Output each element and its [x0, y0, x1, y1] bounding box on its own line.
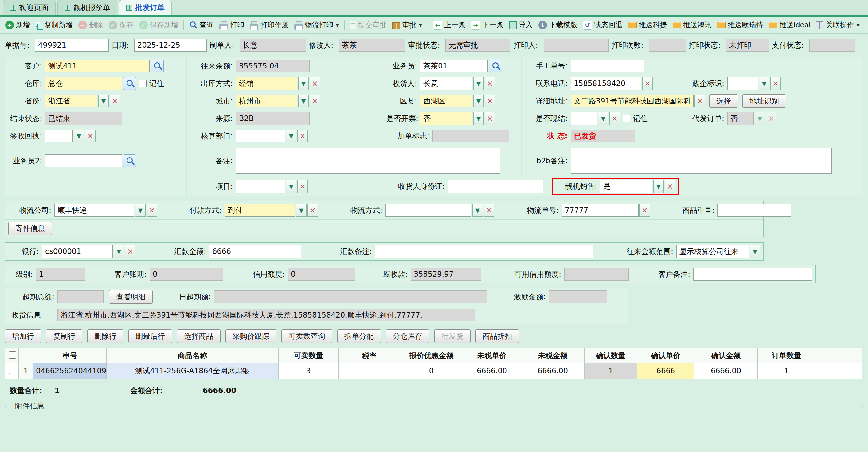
clear-icon[interactable]: ×	[609, 112, 620, 125]
clear-icon[interactable]: ×	[125, 245, 135, 258]
purchase-price-track-button[interactable]: 采购价跟踪	[225, 329, 276, 343]
product-discount-button[interactable]: 商品折扣	[475, 329, 519, 343]
remark-textarea[interactable]	[236, 148, 500, 174]
serial-column-header[interactable]: 串号	[33, 348, 106, 363]
gov-flag-input[interactable]	[727, 77, 758, 90]
clear-icon[interactable]: ×	[484, 204, 494, 217]
chevron-down-icon[interactable]: ▼	[298, 77, 309, 90]
address-input[interactable]	[571, 95, 693, 107]
address-select-button[interactable]: 选择	[709, 94, 738, 108]
sellable-qty-column-header[interactable]: 可卖数量	[279, 348, 339, 363]
clear-icon[interactable]: ×	[694, 95, 705, 107]
b2b-remark-textarea[interactable]	[571, 148, 832, 174]
confirmed-price-cell[interactable]: 6666	[637, 363, 694, 379]
prev-record-button[interactable]: ← 上一条	[431, 19, 468, 31]
search-icon[interactable]	[123, 77, 136, 90]
chevron-down-icon[interactable]: ▼	[598, 112, 609, 125]
search-icon[interactable]	[489, 60, 502, 72]
logistics-company-input[interactable]	[54, 204, 134, 217]
clear-icon[interactable]: ×	[307, 204, 318, 217]
cash-settle-input[interactable]	[571, 112, 597, 125]
approve-button[interactable]: 审批 ▼	[390, 19, 425, 31]
order-qty-column-header[interactable]: 订单数量	[758, 348, 815, 363]
table-row[interactable]: 1 046625624044109 测试411-256G-A1864全网冰霜银 …	[5, 363, 863, 379]
warehouse-stock-button[interactable]: 分仓库存	[386, 329, 429, 343]
chevron-down-icon[interactable]: ▼	[473, 112, 484, 125]
logistics-print-button[interactable]: 物流打印 ▼	[292, 19, 341, 31]
sign-receipt-input[interactable]	[45, 130, 73, 142]
view-detail-button[interactable]: 查看明细	[109, 290, 153, 304]
remit-amount-input[interactable]	[209, 245, 301, 258]
select-all-checkbox[interactable]	[9, 351, 16, 359]
clear-icon[interactable]: ×	[297, 130, 308, 142]
delete-row-button[interactable]: 删除行	[87, 329, 123, 343]
search-icon[interactable]	[123, 155, 136, 167]
bank-input[interactable]	[42, 245, 113, 258]
clear-icon[interactable]: ×	[640, 204, 650, 217]
clear-icon[interactable]: ×	[310, 77, 320, 90]
chevron-down-icon[interactable]: ▼	[114, 245, 124, 258]
salesman2-input[interactable]	[45, 155, 122, 167]
mail-info-button[interactable]: 寄件信息	[8, 222, 52, 235]
query-button[interactable]: 查询	[187, 19, 216, 31]
sellable-query-button[interactable]: 可卖数查询	[281, 329, 332, 343]
chevron-down-icon[interactable]: ▼	[653, 180, 664, 193]
chevron-down-icon[interactable]: ▼	[750, 245, 760, 258]
import-button[interactable]: 导入	[507, 19, 535, 31]
date-input[interactable]	[134, 39, 207, 52]
related-operations-button[interactable]: 关联操作 ▼	[814, 19, 862, 31]
cash-settle-remember-checkbox[interactable]	[623, 115, 630, 122]
delete-last-row-button[interactable]: 删最后行	[128, 329, 172, 343]
province-input[interactable]	[45, 95, 97, 107]
save-add-button[interactable]: ✓ 保存新增	[137, 19, 180, 31]
logistics-method-input[interactable]	[385, 204, 471, 217]
customer-input[interactable]	[45, 60, 150, 72]
untaxed-amount-column-header[interactable]: 未税金额	[521, 348, 585, 363]
quote-discount-column-header[interactable]: 报价优惠金额	[400, 348, 463, 363]
manual-no-input[interactable]	[571, 60, 644, 72]
clear-icon[interactable]: ×	[147, 204, 157, 217]
download-template-button[interactable]: ↓ 下载模版	[536, 19, 580, 31]
tab-nice-phone-quote[interactable]: 靓机报价单	[57, 0, 117, 15]
add-button[interactable]: + 新增	[3, 19, 32, 31]
confirmed-amount-column-header[interactable]: 确认金额	[694, 348, 758, 363]
push-kejie-button[interactable]: 推送科捷	[626, 19, 669, 31]
chevron-down-icon[interactable]: ▼	[473, 95, 484, 107]
clear-icon[interactable]: ×	[485, 77, 495, 90]
accounting-dept-input[interactable]	[236, 130, 285, 142]
print-button[interactable]: 打印	[217, 19, 246, 31]
pay-method-input[interactable]	[224, 204, 295, 217]
chevron-down-icon[interactable]: ▼	[759, 77, 769, 90]
save-button[interactable]: ✓ 保存	[106, 19, 136, 31]
clear-icon[interactable]: ×	[110, 95, 120, 107]
customer-remark-input[interactable]	[693, 268, 812, 281]
chevron-down-icon[interactable]: ▼	[298, 95, 309, 107]
phone-input[interactable]	[571, 77, 641, 90]
confirmed-qty-column-header[interactable]: 确认数量	[585, 348, 637, 363]
print-void-button[interactable]: 打印作废	[248, 19, 291, 31]
chevron-down-icon[interactable]: ▼	[74, 130, 84, 142]
tracking-no-input[interactable]	[562, 204, 639, 217]
clear-icon[interactable]: ×	[485, 95, 495, 107]
chevron-down-icon[interactable]: ▼	[473, 77, 484, 90]
clear-icon[interactable]: ×	[310, 95, 320, 107]
chevron-down-icon[interactable]: ▼	[135, 204, 146, 217]
push-ideal-button[interactable]: 推送ideal	[767, 19, 813, 31]
remit-remark-input[interactable]	[375, 245, 593, 258]
clear-icon[interactable]: ×	[485, 112, 495, 125]
chevron-down-icon[interactable]: ▼	[296, 204, 307, 217]
district-input[interactable]	[420, 95, 472, 107]
tab-welcome[interactable]: 欢迎页面	[3, 0, 56, 15]
clear-icon[interactable]: ×	[665, 180, 675, 193]
city-input[interactable]	[236, 95, 297, 107]
confirmed-price-column-header[interactable]: 确认单价	[637, 348, 694, 363]
tax-rate-column-header[interactable]: 税率	[339, 348, 400, 363]
split-allocate-button[interactable]: 拆单分配	[337, 329, 381, 343]
outbound-method-input[interactable]	[236, 77, 297, 90]
warehouse-remember-checkbox[interactable]	[139, 80, 147, 87]
consignee-input[interactable]	[420, 77, 472, 90]
copy-add-button[interactable]: 复制新增	[33, 19, 75, 31]
invoicing-input[interactable]	[420, 112, 472, 125]
chevron-down-icon[interactable]: ▼	[286, 130, 297, 142]
push-ouruite-button[interactable]: 推送欧瑞特	[715, 19, 766, 31]
